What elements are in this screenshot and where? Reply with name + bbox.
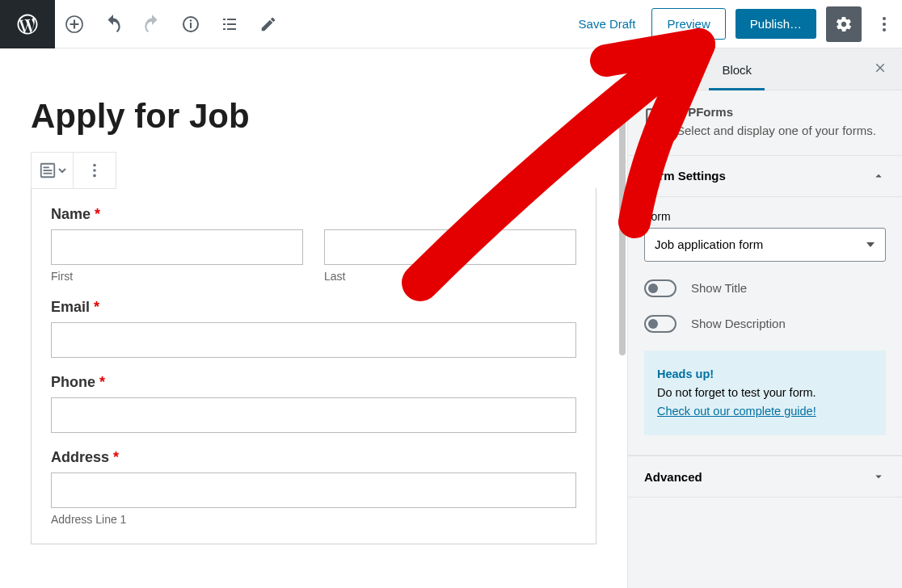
svg-rect-1 [190,23,192,28]
svg-point-16 [93,164,96,167]
svg-rect-5 [223,23,226,25]
edit-tool-button[interactable] [251,6,286,42]
block-name: WPForms [676,105,876,119]
block-type-button[interactable] [32,153,74,188]
svg-point-9 [883,17,886,20]
notice-guide-link[interactable]: Check out our complete guide! [657,405,816,418]
email-label: Email * [51,299,576,316]
address-line1-input[interactable] [51,472,576,508]
save-draft-button[interactable]: Save Draft [567,10,647,37]
svg-rect-6 [227,23,236,25]
svg-rect-8 [227,28,236,30]
close-sidebar-button[interactable] [858,51,902,88]
first-sublabel: First [51,270,303,283]
settings-gear-button[interactable] [826,6,862,42]
show-description-label: Show Description [691,317,786,330]
svg-point-17 [93,169,96,172]
svg-point-18 [93,174,96,178]
address-label: Address * [51,449,576,466]
show-description-toggle[interactable] [644,315,676,333]
svg-point-11 [883,28,886,32]
chevron-down-icon [871,469,886,484]
svg-rect-15 [43,173,52,174]
publish-button[interactable]: Publish… [736,9,816,39]
page-title[interactable]: Apply for Job [31,97,596,136]
outline-button[interactable] [212,6,247,42]
phone-label: Phone * [51,374,576,391]
svg-rect-4 [227,19,236,20]
show-title-toggle[interactable] [644,279,676,297]
phone-input[interactable] [51,397,576,433]
redo-button[interactable] [134,6,170,42]
tab-block[interactable]: Block [709,48,765,90]
form-select-label: Form [644,210,886,223]
tab-document[interactable]: Document [628,48,709,90]
more-menu-button[interactable] [866,6,902,42]
block-more-button[interactable] [74,153,116,188]
add-block-button[interactable] [57,6,92,42]
svg-point-10 [883,23,886,26]
heads-up-notice: Heads up! Do not forget to test your for… [644,351,886,436]
block-toolbar [31,152,116,189]
svg-point-2 [190,19,192,21]
email-input[interactable] [51,322,576,358]
last-sublabel: Last [324,270,576,283]
sidebar-tabs: Document Block [628,48,902,90]
preview-button[interactable]: Preview [651,8,725,40]
chevron-up-icon [871,169,886,183]
address-line1-sublabel: Address Line 1 [51,513,576,526]
name-label: Name * [51,206,576,223]
last-name-input[interactable] [324,229,576,265]
svg-rect-3 [223,19,226,20]
wordpress-logo[interactable] [0,0,55,48]
svg-rect-14 [43,170,52,171]
first-name-input[interactable] [51,229,303,265]
info-button[interactable] [173,6,209,42]
show-title-label: Show Title [691,281,747,295]
wpforms-icon [644,107,665,131]
settings-sidebar: Document Block WPForms Select and displa… [627,48,902,588]
editor-scrollbar[interactable] [619,121,626,355]
form-settings-header[interactable]: Form Settings [628,156,902,197]
form-select[interactable]: Job application form [644,228,886,262]
advanced-panel-header[interactable]: Advanced [628,456,902,498]
svg-rect-7 [223,28,226,30]
undo-button[interactable] [95,6,131,42]
svg-rect-13 [43,166,48,168]
form-preview: Name * First Last Email * Phone * [31,188,596,544]
block-description: Select and display one of your forms. [676,122,876,141]
